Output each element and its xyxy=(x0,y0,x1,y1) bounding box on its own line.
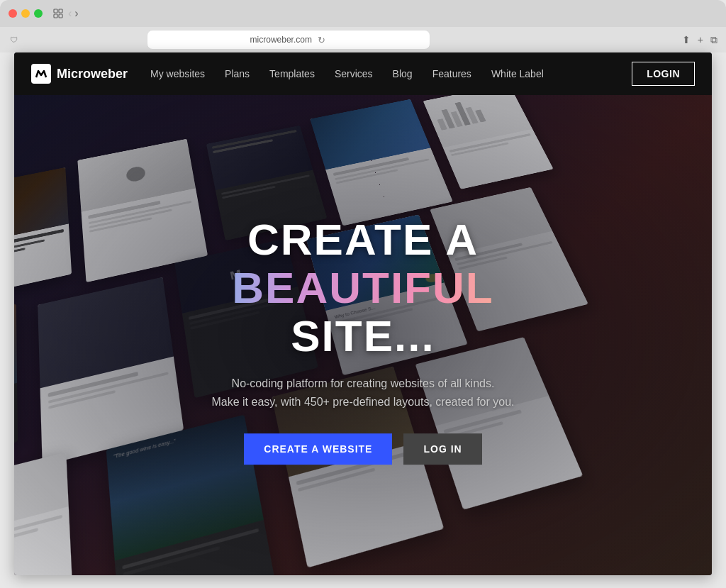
tabs-icon[interactable]: ⧉ xyxy=(710,34,717,46)
svg-rect-3 xyxy=(59,14,62,18)
browser-viewport: Microweber My websites Plans Templates S… xyxy=(14,52,712,575)
nav-plans[interactable]: Plans xyxy=(225,68,250,79)
hero-subtitle-line2: Make it easy, with 450+ pre-defined layo… xyxy=(211,396,514,408)
browser-toolbar: 🛡 microweber.com ↻ ⬆ + ⧉ xyxy=(0,27,726,52)
svg-rect-0 xyxy=(54,9,57,13)
share-icon[interactable]: ⬆ xyxy=(682,34,691,46)
hero-title-line3: SITE... xyxy=(150,312,576,360)
template-card-11: About Us xyxy=(14,452,74,575)
svg-rect-2 xyxy=(54,14,57,18)
hero-content: CREATE A BEAUTIFUL SITE... No-coding pla… xyxy=(150,216,576,465)
log-in-button[interactable]: LOG IN xyxy=(403,433,481,465)
nav-white-label[interactable]: White Label xyxy=(491,68,544,79)
traffic-lights xyxy=(9,9,43,18)
window-titlebar: ‹ › xyxy=(0,0,726,27)
nav-blog[interactable]: Blog xyxy=(393,68,413,79)
template-card-6: CHOOSE xyxy=(14,304,18,474)
fullscreen-button[interactable] xyxy=(34,9,43,18)
svg-rect-1 xyxy=(59,9,62,13)
site-wrapper: Microweber My websites Plans Templates S… xyxy=(14,52,712,575)
address-bar[interactable]: microweber.com ↻ xyxy=(147,30,430,50)
toolbar-right: ⬆ + ⧉ xyxy=(682,34,717,46)
hero-title-line2: BEAUTIFUL xyxy=(150,264,576,312)
nav-features[interactable]: Features xyxy=(432,68,471,79)
window-view-icon[interactable] xyxy=(52,8,64,19)
brand-logo-icon xyxy=(31,64,51,84)
login-button[interactable]: LOGIN xyxy=(632,62,695,86)
shield-icon: 🛡 xyxy=(9,35,18,45)
nav-arrows: ‹ › xyxy=(68,7,79,20)
minimize-button[interactable] xyxy=(21,9,30,18)
navbar-links: My websites Plans Templates Services Blo… xyxy=(150,68,632,79)
hero-buttons: CREATE A WEBSITE LOG IN xyxy=(150,433,576,465)
refresh-icon[interactable]: ↻ xyxy=(316,34,328,45)
navbar: Microweber My websites Plans Templates S… xyxy=(14,52,712,95)
hero-subtitle: No-coding platform for creating websites… xyxy=(150,375,576,411)
navbar-brand[interactable]: Microweber xyxy=(31,64,128,84)
close-button[interactable] xyxy=(9,9,17,18)
url-text: microweber.com xyxy=(250,35,312,45)
create-website-button[interactable]: CREATE A WEBSITE xyxy=(244,433,392,465)
template-card-5 xyxy=(423,95,554,189)
hero-title-line1: CREATE A xyxy=(150,216,576,264)
nav-templates[interactable]: Templates xyxy=(269,68,315,79)
template-card-1 xyxy=(14,167,72,299)
nav-my-websites[interactable]: My websites xyxy=(150,68,205,79)
hero-section: CHOOSE xyxy=(14,95,712,575)
hero-subtitle-line1: No-coding platform for creating websites… xyxy=(232,377,495,389)
brand-name: Microweber xyxy=(57,67,128,82)
nav-services[interactable]: Services xyxy=(335,68,373,79)
new-tab-icon[interactable]: + xyxy=(698,34,703,46)
